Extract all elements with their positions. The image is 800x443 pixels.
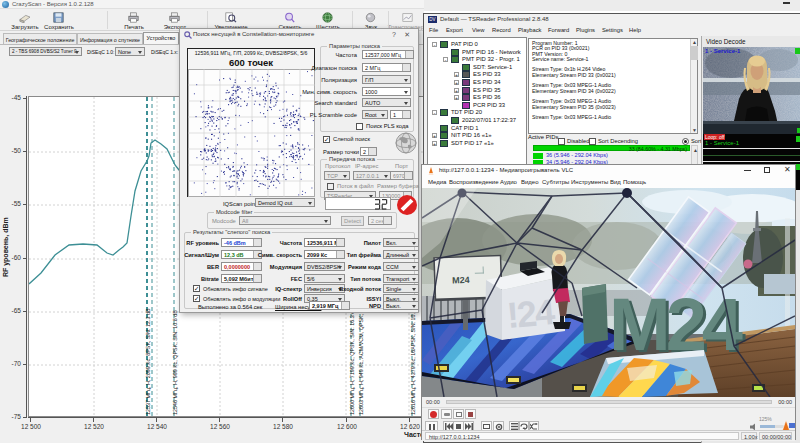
- svg-text:12537 МГц, H, 2099 Кс, 8PSK, S: 12537 МГц, H, 2099 Кс, 8PSK, S/N: 12.3 d…: [145, 308, 151, 415]
- svg-text:12546 МГц, H, 999 Кс, QPSK, S/: 12546 МГц, H, 999 Кс, QPSK, S/N: 10.8 dB: [172, 310, 178, 415]
- svg-text:М24: М24: [452, 275, 470, 286]
- svg-text:12603 МГц, H, 949 Кс, ACM/VCM,: 12603 МГц, H, 949 Кс, ACM/VCM, QPSK, 2/3…: [358, 296, 364, 415]
- svg-text:!24: !24: [505, 291, 556, 336]
- svg-text:12600 МГц, H, 7199 Кс, QPSK, S: 12600 МГц, H, 7199 Кс, QPSK, S/N: 16.3 d…: [349, 307, 355, 415]
